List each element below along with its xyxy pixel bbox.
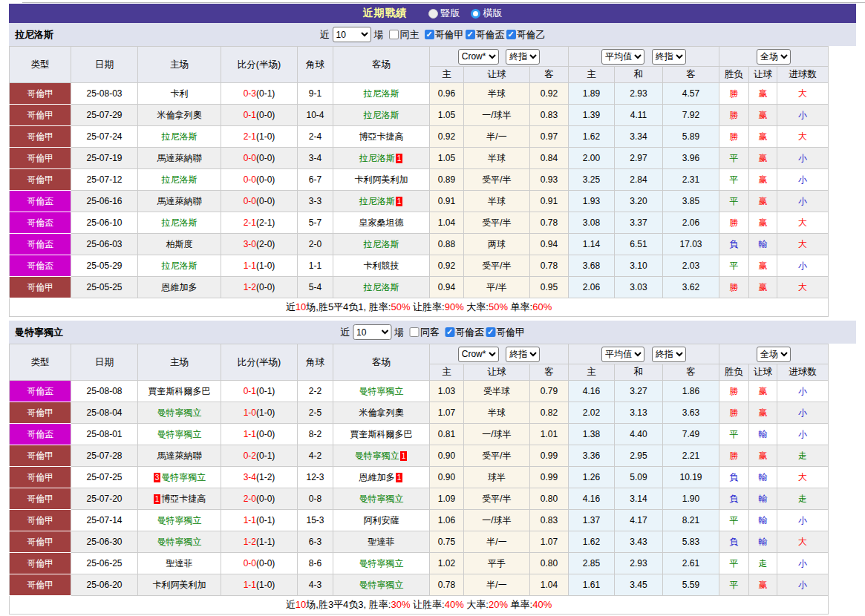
avg-home-odds: 3.68 (569, 255, 615, 277)
odds-time-select[interactable]: 終指 (506, 49, 540, 65)
league-checkbox[interactable] (506, 30, 516, 39)
corners: 8-2 (298, 424, 333, 445)
handicap-home-odds: 1.05 (430, 105, 464, 126)
odds-company-select[interactable]: Crow* (458, 49, 499, 65)
home-team: 拉尼洛斯 (138, 126, 221, 148)
page-title: 近期戰績 (363, 7, 408, 20)
handicap-away-odds: 0.78 (530, 255, 569, 277)
home-team: 卡利阿美利加 (138, 574, 221, 596)
summary-row: 近10场,胜3平4负3, 胜率:30% 让胜率:40% 大率:20% 单率:40… (10, 596, 829, 615)
handicap-line: 受平/半 (464, 445, 530, 467)
league-checkbox-label: 哥倫盃 (455, 326, 484, 339)
team-link: 米倫拿列奧 (359, 407, 404, 418)
league-badge: 哥倫甲 (10, 169, 71, 191)
league-checkbox[interactable] (486, 327, 495, 337)
avg-home-odds: 2.02 (569, 402, 615, 424)
odds-time-select[interactable]: 終指 (506, 347, 540, 362)
scope-select-cell: 全场 (719, 47, 829, 67)
home-team: 卡利 (138, 83, 221, 105)
avg-home-odds: 1.26 (569, 467, 615, 488)
scope-select[interactable]: 全场 (757, 49, 791, 65)
team-link: 聖達菲 (166, 558, 193, 569)
sub-header-avg-away: 客 (663, 364, 719, 381)
result-handicap: 輸 (749, 510, 777, 531)
handicap-away-odds: 0.92 (530, 83, 569, 105)
sub-header-result-goals: 进球数 (777, 364, 829, 381)
avg-home-odds: 3.25 (569, 169, 615, 191)
team-link: 卡利競技 (364, 261, 399, 271)
games-label: 場 (394, 326, 404, 339)
handicap-home-odds: 1.05 (430, 148, 464, 169)
score-cell: 1-1(1-0) (221, 255, 298, 277)
scope-select-cell: 全场 (719, 344, 829, 364)
red-card-badge: 1 (400, 451, 408, 461)
league-badge: 哥倫甲 (10, 510, 71, 531)
home-team: 曼特寧獨立 (138, 510, 221, 531)
home-team: 3曼特寧獨立 (138, 467, 221, 488)
summary-text: 50% (489, 301, 508, 312)
team-link: 博亞卡捷高 (161, 494, 206, 504)
summary-text: 大率: (464, 301, 489, 312)
result-wdl: 勝 (719, 277, 749, 298)
same-venue-checkbox[interactable] (389, 30, 399, 39)
handicap-away-odds: 0.82 (530, 402, 569, 424)
team-link: 拉尼洛斯 (359, 153, 395, 163)
handicap-line: 半/一 (464, 574, 530, 596)
layout-radio-horizontal[interactable] (471, 9, 480, 19)
result-goals: 小 (777, 402, 829, 424)
home-team: 曼特寧獨立 (138, 531, 221, 553)
match-row: 哥倫盃25-08-08賈奎斯科爾多巴0-1(0-1)2-2曼特寧獨立1.03受半… (10, 381, 829, 402)
handicap-away-odds: 0.99 (530, 445, 569, 467)
avg-source-select[interactable]: 平均值 (601, 347, 644, 362)
team-link: 曼特寧獨立 (161, 472, 206, 482)
sub-header-avg-draw: 和 (615, 364, 663, 381)
result-handicap: 走 (749, 553, 777, 574)
scope-select[interactable]: 全场 (757, 347, 791, 362)
handicap-away-odds: 1.04 (530, 574, 569, 596)
corners: 6-3 (298, 531, 333, 553)
avg-draw-odds: 2.97 (615, 148, 663, 169)
league-checkbox[interactable] (445, 327, 454, 337)
same-venue-label: 同主 (400, 28, 420, 42)
avg-home-odds: 1.93 (569, 191, 615, 212)
avg-time-select[interactable]: 終指 (652, 347, 686, 362)
odds-company-select[interactable]: Crow* (458, 347, 499, 362)
league-checkbox[interactable] (466, 30, 475, 39)
corners: 0-8 (298, 488, 333, 510)
league-badge: 哥倫甲 (10, 83, 71, 105)
handicap-away-odds: 0.83 (530, 510, 569, 531)
away-team: 賈奎斯科爾多巴 (333, 424, 430, 445)
handicap-home-odds: 0.92 (430, 255, 464, 277)
result-wdl: 勝 (719, 126, 749, 148)
team-link: 拉尼洛斯 (162, 261, 198, 271)
result-wdl: 勝 (719, 445, 749, 467)
avg-away-odds: 3.96 (663, 148, 719, 169)
score-cell: 0-1(0-0) (221, 105, 298, 126)
home-team: 馬達萊納聯 (138, 148, 221, 169)
summary-text: 单率: (508, 599, 532, 610)
near-label: 近 (340, 326, 350, 339)
result-wdl: 平 (719, 148, 749, 169)
handicap-home-odds: 0.89 (430, 169, 464, 191)
result-wdl: 勝 (719, 212, 749, 234)
handicap-home-odds: 0.96 (430, 83, 464, 105)
avg-draw-odds: 4.17 (615, 510, 663, 531)
league-checkbox[interactable] (425, 30, 434, 39)
summary-text: 场,胜3平4负3, 胜率: (306, 599, 391, 610)
layout-radio-vertical[interactable] (428, 9, 438, 19)
avg-time-select[interactable]: 終指 (652, 49, 686, 65)
league-checkbox-label: 哥倫盃 (476, 28, 505, 42)
recent-count-select[interactable]: 10 (353, 324, 391, 340)
avg-source-select[interactable]: 平均值 (601, 49, 644, 65)
corners: 8-6 (298, 553, 333, 574)
score-cell: 0-0(0-0) (221, 148, 298, 169)
col-header-score: 比分(半场) (221, 344, 298, 381)
handicap-away-odds: 0.80 (530, 488, 569, 510)
same-venue-checkbox[interactable] (409, 327, 419, 337)
score-cell: 0-0(0-0) (221, 553, 298, 574)
result-wdl: 平 (719, 255, 749, 277)
score-cell: 3-0(2-0) (221, 234, 298, 255)
away-team: 曼特寧獨立 (333, 553, 430, 574)
recent-count-select[interactable]: 10 (333, 27, 371, 42)
result-wdl: 平 (719, 169, 749, 191)
